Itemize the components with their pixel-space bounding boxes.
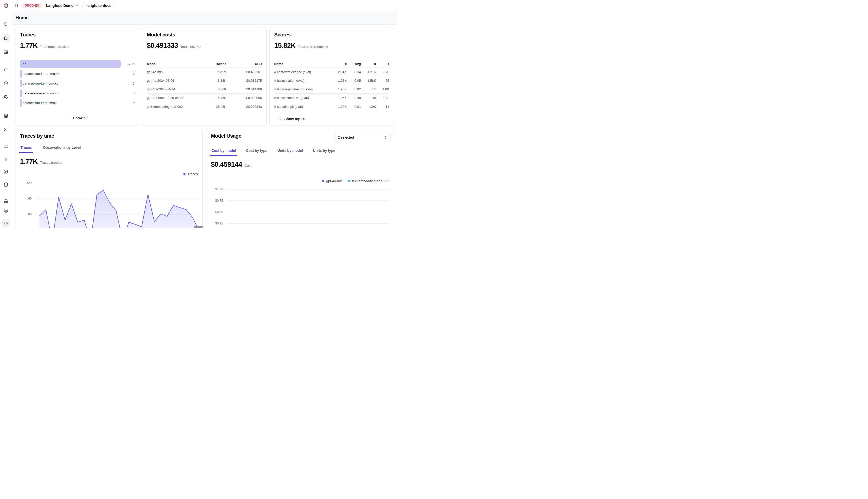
table-row: # language-detector (eval) 1.95K 0.82 35…	[274, 85, 389, 94]
sidebar-item-dashboards[interactable]	[2, 48, 10, 56]
traces-card-title: Traces	[20, 32, 134, 38]
horizontal-scrollbar-thumb[interactable]	[194, 226, 203, 228]
trace-bar-row[interactable]: qa 1,736	[20, 59, 134, 69]
model-selector[interactable]: 2 selected	[334, 133, 391, 142]
model-selector-value: 2 selected	[338, 135, 354, 139]
info-icon[interactable]	[197, 45, 201, 48]
user-avatar[interactable]: FK	[2, 219, 10, 227]
list-tree-icon	[3, 68, 8, 72]
main-area: Home Traces 1.77K Total traces tracked q…	[12, 11, 397, 228]
trace-count: 1,736	[126, 59, 134, 69]
home-icon	[3, 36, 8, 41]
table-header-row: Model Tokens USD	[147, 60, 262, 68]
legend-dot	[322, 180, 324, 182]
scores-card: Scores 15.82K Total scores tracked Name …	[270, 27, 394, 126]
langfuse-logo	[0, 3, 12, 8]
organization-name: Langfuse Demo	[46, 3, 74, 8]
sidebar-item-prompts[interactable]	[2, 112, 10, 120]
organization-switcher[interactable]: Langfuse Demo	[46, 3, 79, 8]
legend-dot	[183, 173, 186, 175]
legend-item-traces[interactable]: Traces	[183, 172, 198, 176]
database-icon	[3, 182, 8, 187]
dashboard-grid-icon	[3, 49, 8, 54]
traces-by-time-title: Traces by time	[20, 133, 54, 139]
table-row: gpt-4.1-nano-2025-04-14 14.45K $0.002906	[147, 94, 262, 102]
trace-name: qa	[23, 59, 26, 69]
scores-title: Scores	[274, 32, 389, 38]
table-row: # contains-pii (eval) 1.92K 0.01 1.9K 14	[274, 102, 389, 111]
svg-text:90: 90	[28, 197, 32, 200]
environment-badge: PROD-EU	[22, 3, 42, 8]
table-header-row: Name # Avg 0 1	[274, 60, 389, 68]
table-row: gpt-4o-2024-08-06 3.13K $0.015175	[147, 76, 262, 85]
sidebar-item-search[interactable]	[2, 20, 10, 28]
sidebar-item-sessions[interactable]	[2, 79, 10, 87]
tab-units-by-type[interactable]: Units by type	[312, 146, 336, 156]
model-usage-title: Model Usage	[211, 133, 241, 139]
legend-item-text-embedding-ada-002[interactable]: text-embedding-ada-002	[348, 179, 389, 183]
trace-bar-row[interactable]: dataset-run-item-cmcvp 5	[20, 88, 134, 98]
tab-observations-by-level[interactable]: Observations by Level	[42, 143, 81, 153]
project-name: langfuse-docs	[87, 3, 111, 8]
lifebuoy-icon	[3, 208, 8, 213]
usage-cost-label: Cost	[244, 164, 251, 168]
sidebar-item-evaluation[interactable]	[2, 142, 10, 150]
sidebar-item-ideas[interactable]	[2, 155, 10, 163]
model-costs-title: Model costs	[147, 32, 262, 38]
tab-traces[interactable]: Traces	[20, 143, 32, 153]
trace-bar-row[interactable]: dataset-run-item-cmcky 5	[20, 79, 134, 88]
users-icon	[3, 94, 8, 99]
trace-name: dataset-run-item-cmcky	[23, 79, 58, 88]
sidebar-item-support[interactable]	[2, 206, 10, 215]
sidebar-item-datasets[interactable]	[2, 180, 10, 188]
clipboard-pen-icon	[3, 169, 8, 174]
breadcrumb-separator	[81, 2, 85, 9]
sidebar-item-users[interactable]	[2, 93, 10, 101]
svg-text:$0.50: $0.50	[215, 210, 223, 214]
svg-text:$1.00: $1.00	[215, 187, 223, 191]
trace-name: dataset-run-item-cmc29	[23, 69, 59, 79]
traces-bar-list: qa 1,736 dataset-run-item-cmc29 7 datase…	[20, 59, 134, 108]
page-title: Home	[15, 15, 28, 21]
trace-bar	[20, 70, 22, 78]
traces-by-time-card: 120906030 Traces by time Traces Observat…	[15, 129, 203, 228]
sidebar-item-home[interactable]	[2, 34, 10, 42]
total-cost-label: Total cost	[180, 45, 195, 49]
tab-cost-by-type[interactable]: Cost by type	[245, 146, 267, 156]
terminal-icon	[3, 127, 8, 132]
chart-legend: gpt-4o-mini text-embedding-ada-002	[322, 179, 389, 183]
sidebar-item-playground[interactable]	[2, 125, 10, 133]
trace-name: dataset-run-item-cmcjf	[23, 98, 57, 108]
legend-dot	[348, 180, 350, 182]
trace-name: dataset-run-item-cmcvp	[23, 88, 59, 98]
legend-item-gpt-4o-mini[interactable]: gpt-4o-mini	[322, 179, 343, 183]
total-scores-label: Total scores tracked	[298, 45, 328, 49]
chevrons-up-down-icon	[384, 136, 388, 139]
show-top-20-button[interactable]: Show top 20	[278, 117, 305, 121]
scores-table: Name # Avg 0 1 # contextrelevance (eval)…	[274, 60, 389, 111]
sidebar-item-settings[interactable]	[2, 197, 10, 205]
tab-cost-by-model[interactable]: Cost by model	[211, 146, 236, 156]
trace-bar-row[interactable]: dataset-run-item-cmc29 7	[20, 69, 134, 79]
lightbulb-icon	[3, 157, 8, 161]
tab-units-by-model[interactable]: Units by model	[277, 146, 303, 156]
sidebar-item-tracing[interactable]	[2, 66, 10, 74]
svg-text:$0.75: $0.75	[215, 199, 223, 203]
page-header: Home	[12, 11, 397, 25]
table-row: # hallucination (eval) 1.96K 0.05 1.58K …	[274, 76, 389, 85]
model-usage-chart: $1.00$0.75$0.50$0.25	[206, 129, 394, 228]
trace-bar-row[interactable]: dataset-run-item-cmcjf 5	[20, 98, 134, 108]
chevron-down-icon	[67, 116, 71, 120]
table-row: # conciseness-v1 (eval) 1.95K 0.48 240 2…	[274, 94, 389, 102]
table-row: gpt-4o-mini 2.21M $0.456301	[147, 68, 262, 76]
project-switcher[interactable]: langfuse-docs	[87, 3, 116, 8]
chevron-down-icon	[75, 4, 79, 7]
sidebar-item-annotation[interactable]	[2, 168, 10, 175]
panel-left-icon	[13, 3, 18, 8]
svg-text:120: 120	[26, 181, 32, 185]
trace-count: 5	[132, 79, 134, 88]
chevron-down-icon	[113, 4, 116, 7]
sidebar-toggle-button[interactable]	[12, 2, 20, 9]
show-all-button[interactable]: Show all	[67, 116, 87, 120]
search-icon	[3, 22, 8, 27]
